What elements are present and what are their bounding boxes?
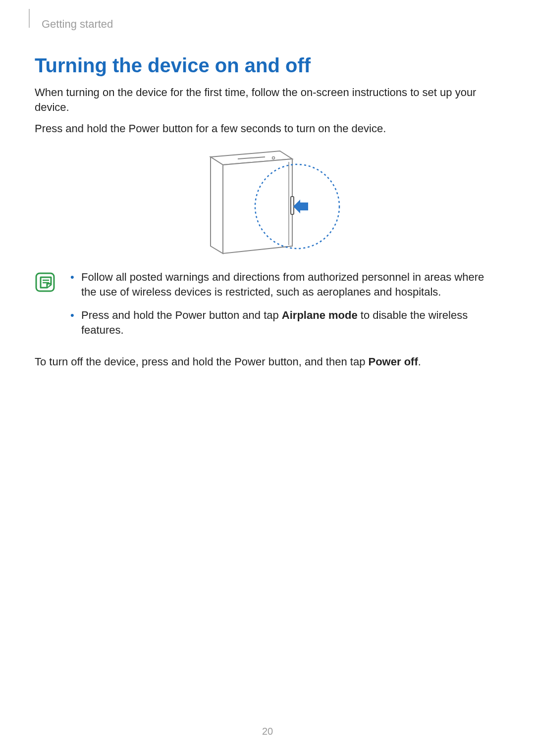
intro-paragraph-1: When turning on the device for the first… <box>35 85 500 114</box>
power-off-post: . <box>418 355 421 368</box>
power-off-bold: Power off <box>369 355 418 368</box>
page-number: 20 <box>0 726 535 737</box>
intro-paragraph-2: Press and hold the Power button for a fe… <box>35 121 500 136</box>
breadcrumb: Getting started <box>42 18 500 31</box>
note-item-2-pre: Press and hold the Power button and tap <box>81 309 282 321</box>
note-item-1-text: Follow all posted warnings and direction… <box>81 271 484 298</box>
note-item-2: Press and hold the Power button and tap … <box>70 308 500 337</box>
power-off-pre: To turn off the device, press and hold t… <box>35 355 369 368</box>
power-off-paragraph: To turn off the device, press and hold t… <box>35 354 500 369</box>
device-illustration <box>35 147 500 256</box>
note-item-1: Follow all posted warnings and direction… <box>70 270 500 299</box>
note-list: Follow all posted warnings and direction… <box>70 270 500 347</box>
header-accent-line <box>29 9 30 28</box>
page-root: Getting started Turning the device on an… <box>0 0 535 756</box>
svg-marker-8 <box>293 200 308 213</box>
page-title: Turning the device on and off <box>35 54 500 76</box>
note-item-2-bold: Airplane mode <box>282 309 358 321</box>
power-button-diagram-icon <box>193 147 342 256</box>
svg-rect-6 <box>291 197 294 214</box>
svg-marker-2 <box>223 159 292 253</box>
note-icon <box>35 272 55 295</box>
note-block: Follow all posted warnings and direction… <box>35 270 500 347</box>
svg-marker-1 <box>211 157 223 253</box>
